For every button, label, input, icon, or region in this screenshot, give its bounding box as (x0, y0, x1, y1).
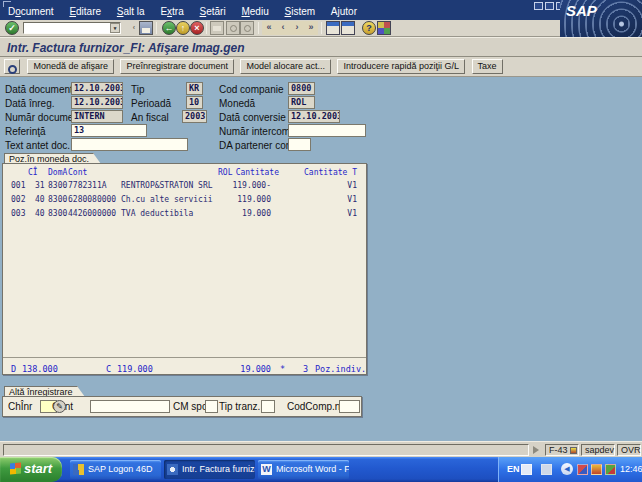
menu-extra[interactable]: Extra (160, 6, 183, 17)
print-icon[interactable] (210, 21, 224, 35)
col-rol: ROL (218, 168, 232, 177)
command-field-wrap: ▼ (23, 22, 121, 34)
balance-marker: * (280, 364, 285, 374)
items-table-header: CÎ DomA Cont ROL Cantitate Cantitate T (3, 168, 366, 181)
table-row[interactable]: 00240 83006280080000 Ch.cu alte servicii… (3, 195, 366, 209)
tray-util-icon[interactable] (541, 464, 552, 475)
trading-partner-field[interactable] (288, 138, 311, 151)
posting-date-field[interactable]: 12.10.2003 (71, 96, 123, 109)
command-dropdown-icon[interactable]: ▼ (110, 23, 120, 33)
credit-total: 119.000 (117, 364, 153, 374)
new-company-code-field[interactable] (339, 400, 360, 413)
tray-app-icon-2[interactable] (591, 464, 602, 475)
display-currency-button[interactable]: Monedă de afişare (27, 59, 114, 74)
transaction-box[interactable]: F-43 (545, 444, 579, 456)
park-document-button[interactable]: Preînregistrare document (120, 59, 234, 74)
translation-date-field[interactable]: 12.10.2003 (288, 110, 340, 123)
sap-logo: SAP (560, 0, 642, 37)
status-expand-icon[interactable] (533, 446, 539, 454)
doc-date-field[interactable]: 12.10.2003 (71, 82, 123, 95)
special-gl-field[interactable] (205, 400, 218, 413)
menu-editare[interactable]: Editare (69, 6, 101, 17)
create-shortcut-icon[interactable] (341, 21, 355, 35)
find-next-icon[interactable] (240, 21, 254, 35)
fiscal-year-label: An fiscal (131, 111, 169, 124)
standard-toolbar: ✓ ▼ ‹ ← ↑ × « ‹ › » ? (0, 20, 642, 37)
debit-total: 138.000 (22, 364, 58, 374)
previous-page-icon[interactable]: ‹ (276, 21, 290, 35)
last-page-icon[interactable]: » (304, 21, 318, 35)
help-icon[interactable]: ? (362, 21, 376, 35)
reference-field[interactable]: 13 (71, 124, 147, 137)
doc-type-field[interactable]: KR (186, 82, 203, 95)
account-model-button[interactable]: Model alocare act... (240, 59, 331, 74)
keyboard-icon[interactable] (521, 464, 532, 475)
header-text-label: Text antet doc. (5, 139, 70, 152)
transaction-type-field[interactable] (261, 400, 275, 413)
menu-sistem[interactable]: Sistem (284, 6, 315, 17)
fiscal-year-field[interactable]: 2003 (182, 110, 207, 123)
next-page-icon[interactable]: › (290, 21, 304, 35)
debit-label: D (11, 364, 16, 374)
table-row[interactable]: 00340 83004426000000 TVA deductibila19.0… (3, 209, 366, 223)
language-indicator[interactable]: EN (507, 464, 520, 474)
first-page-icon[interactable]: « (262, 21, 276, 35)
customize-layout-icon[interactable] (377, 21, 391, 35)
taskbar-item-word[interactable]: W Microsoft Word - FI_... (258, 460, 349, 479)
table-row[interactable]: 00131 83007782311A RENTROP&STRATON SRL11… (3, 181, 366, 195)
pencil-cursor-icon: ✎ (53, 400, 66, 413)
hide-icons-chevron[interactable]: ◀ (561, 463, 573, 475)
tray-app-icon-3[interactable] (605, 464, 616, 475)
taskbar-item-sap-session[interactable]: Intr. Factura furnizor... (164, 460, 255, 479)
page-title: Intr. Factura furnizor_FI: Afişare Imag.… (7, 41, 245, 55)
save-icon[interactable] (139, 21, 153, 35)
insert-mode-box[interactable]: OVR (617, 444, 641, 456)
items-panel: CÎ DomA Cont ROL Cantitate Cantitate T 0… (2, 163, 367, 375)
special-gl-label: CM spc (173, 400, 207, 413)
menu-mediu[interactable]: Mediu (241, 6, 268, 17)
status-bar: F-43 sapdev OVR (0, 441, 642, 457)
command-input[interactable] (24, 23, 110, 33)
totals-row: D 138.000 C 119.000 19.000 * 3 Poz.indiv… (3, 357, 366, 376)
currency-field[interactable]: ROL (288, 96, 315, 109)
account-field[interactable] (90, 400, 170, 413)
taxes-button[interactable]: Taxe (472, 59, 503, 74)
cancel-icon[interactable]: × (190, 21, 204, 35)
screen-title-bar: Intr. Factura furnizor_FI: Afişare Imag.… (0, 37, 642, 57)
taskbar-item-sap-logon[interactable]: SAP Logon 46D (70, 460, 161, 479)
find-icon[interactable] (226, 21, 240, 35)
menu-ajutor[interactable]: Ajutor (331, 6, 357, 17)
company-code-field[interactable]: 0800 (288, 82, 315, 95)
translation-date-label: Dată conversie (219, 111, 286, 124)
exit-icon[interactable]: ↑ (176, 21, 190, 35)
cross-cc-field[interactable] (288, 124, 366, 137)
col-cont: Cont (68, 168, 87, 177)
col-doma: DomA (48, 168, 67, 177)
doc-date-label: Dată document (5, 83, 73, 96)
fast-entry-button[interactable]: Introducere rapidă poziţii G/L (337, 59, 465, 74)
next-entry-panel: ChÎnr Cont ✎ CM spc Tip tranz. CodComp.n… (2, 396, 362, 417)
maximize-button[interactable] (545, 2, 554, 10)
header-text-field[interactable] (71, 138, 188, 151)
start-button[interactable]: start (0, 457, 62, 482)
clock[interactable]: 12:46 (620, 464, 642, 474)
sap-session-icon (167, 464, 178, 475)
back-icon[interactable]: ← (162, 21, 176, 35)
doc-number-field[interactable]: INTERN (71, 110, 123, 123)
transaction-type-label: Tip tranz. (219, 400, 260, 413)
window-titlebar: Document Editare Salt la Extra Setări Me… (0, 0, 642, 20)
menu-setari[interactable]: Setări (200, 6, 226, 17)
menu-document[interactable]: Document (8, 6, 54, 17)
col-cantitate: Cantitate (235, 168, 279, 177)
server-box[interactable]: sapdev (581, 444, 615, 456)
tray-app-icon-1[interactable] (577, 464, 588, 475)
menu-salt-la[interactable]: Salt la (117, 6, 145, 17)
sap-gui-window: Document Editare Salt la Extra Setări Me… (0, 0, 642, 482)
display-currency-icon[interactable] (4, 59, 20, 74)
enter-icon[interactable]: ✓ (5, 21, 19, 35)
doc-type-label: Tip (131, 83, 145, 96)
posting-date-label: Dată înreg. (5, 97, 54, 110)
minimize-button[interactable] (534, 2, 543, 10)
new-session-icon[interactable] (326, 21, 340, 35)
period-field[interactable]: 10 (186, 96, 203, 109)
